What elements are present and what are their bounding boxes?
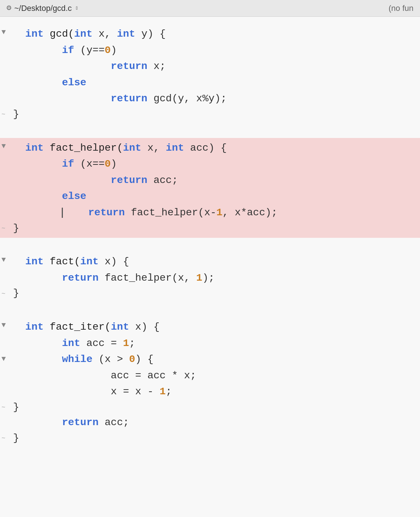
spacer-3 [0,306,420,317]
code-line-gcd-3: else [0,75,420,91]
code-line-fh-1: if (x==0) [0,156,420,172]
gear-icon[interactable]: ⚙ [7,3,11,14]
code-line-gcd-sig: int gcd(int x, int y) { [0,26,420,42]
spacer-1 [0,127,420,138]
fold-close-gcd: ~ [1,110,5,119]
fold-close-while: ~ [1,403,5,412]
titlebar: ⚙ ~/Desktop/gcd.c ⇕ (no fun [0,0,420,17]
code-line-fact-sig: int fact(int x) { [0,254,420,270]
func-block-fact: ▼ int fact(int x) { return fact_helper(x… [0,252,420,303]
fold-close-fact: ~ [1,289,5,298]
code-line-fh-close: ~ } [0,221,420,236]
filepath: ~/Desktop/gcd.c [14,3,72,14]
fold-arrow-fact-iter[interactable]: ▼ [1,320,6,330]
editor: ▼ int gcd(int x, int y) { if (y==0) retu… [0,17,420,517]
code-line-while-1: acc = acc * x; [0,368,420,384]
code-line-fi-sig: int fact_iter(int x) { [0,319,420,335]
while-block: ▼ while (x > 0) { acc = acc * x; x = x -… [0,351,420,415]
code-line-fh-sig: int fact_helper(int x, int acc) { [0,140,420,156]
code-line-gcd-close: ~ } [0,107,420,122]
code-line-fh-2: return acc; [0,172,420,189]
func-block-fact-helper: ▼ int fact_helper(int x, int acc) { if (… [0,138,420,238]
code-line-fi-return: return acc; [0,415,420,431]
code-line-gcd-2: return x; [0,58,420,75]
fold-close-fi: ~ [1,433,5,443]
fold-arrow-fact-helper[interactable]: ▼ [1,141,6,151]
code-line-while-sig: while (x > 0) { [0,351,420,368]
code-line-fact-1: return fact_helper(x, 1); [0,270,420,286]
code-line-while-close: ~ } [0,400,420,415]
chevron-icon: ⇕ [75,3,79,13]
fold-close-fh: ~ [1,224,5,233]
code-line-fact-close: ~ } [0,286,420,301]
code-line-fh-4: return fact_helper(x-1, x*acc); [0,205,420,221]
titlebar-left: ⚙ ~/Desktop/gcd.c ⇕ [7,3,78,14]
func-block-fact-iter: ▼ int fact_iter(int x) { int acc = 1; ▼ … [0,317,420,448]
code-line-while-2: x = x - 1; [0,384,420,400]
code-line-gcd-1: if (y==0) [0,42,420,59]
fold-arrow-gcd[interactable]: ▼ [1,27,6,37]
fold-arrow-fact[interactable]: ▼ [1,255,6,265]
no-fun-label: (no fun [389,3,414,14]
func-block-gcd: ▼ int gcd(int x, int y) { if (y==0) retu… [0,24,420,124]
code-line-fh-3: else [0,188,420,205]
code-line-gcd-4: return gcd(y, x%y); [0,91,420,107]
code-line-fi-1: int acc = 1; [0,335,420,352]
code-line-fi-close: ~ } [0,431,420,446]
fold-arrow-while[interactable]: ▼ [1,354,6,364]
spacer-2 [0,241,420,252]
